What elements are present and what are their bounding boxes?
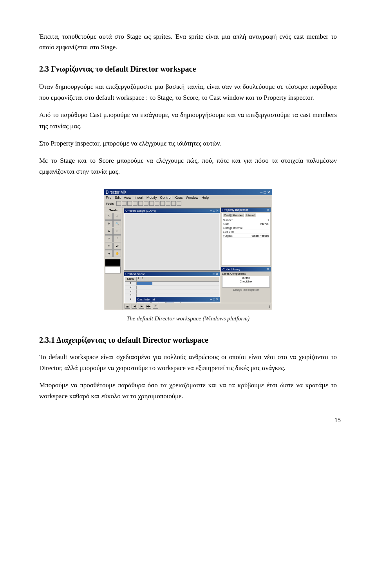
tool-btn-9[interactable] [160, 201, 165, 206]
menu-window[interactable]: Window [186, 196, 198, 200]
tool-select[interactable]: ⊹ [113, 213, 121, 220]
score-row-2: 2 [125, 286, 219, 290]
cast-internal-titlebar: Cast Internal ─ □ ✕ [136, 297, 220, 302]
tool-btn-2[interactable] [122, 201, 127, 206]
director-menubar: File Edit View Insert Modify Control Xtr… [104, 195, 272, 200]
code-library-title: Code Library [222, 268, 240, 271]
code-lib-tab-libras[interactable]: Libras [222, 272, 230, 275]
score-row-1: 1 [125, 282, 219, 286]
menu-file[interactable]: File [106, 196, 112, 200]
property-title: Property Inspector [222, 208, 248, 212]
code-library-controls: ✕ [267, 268, 269, 271]
stage-titlebar: Untitled Stage (100%) ─ □ ✕ [124, 209, 220, 213]
tool-btn-6[interactable] [144, 201, 148, 206]
menu-view[interactable]: View [124, 196, 131, 200]
code-lib-footer: Design Tab Inspector [222, 288, 270, 291]
tool-rect[interactable]: ▭ [113, 228, 121, 235]
score-controls: ─ □ ✕ [210, 272, 219, 276]
tool-text[interactable]: A [105, 228, 113, 235]
tool-zoom[interactable]: 🔍 [113, 220, 121, 227]
cast-internal-title: Cast Internal [137, 298, 155, 301]
prop-tab-member[interactable]: Member [231, 214, 244, 217]
color-swatch-black[interactable] [105, 259, 121, 266]
prop-tab-cast[interactable]: Cast [223, 214, 231, 217]
prop-row-name: State Interval [223, 222, 269, 226]
score-frame-headers: 1 5 [137, 277, 219, 281]
tool-btn-12[interactable] [177, 201, 181, 206]
menu-edit[interactable]: Edit [115, 196, 121, 200]
frame-5: 5 [141, 277, 145, 281]
prop-val-number: 1 [268, 219, 269, 221]
code-lib-item-checkbox[interactable]: CheckBox [222, 280, 269, 283]
prop-tab-interval[interactable]: Interval [245, 214, 256, 217]
property-controls: ✕ [267, 208, 269, 212]
section-2-3-1-heading: 2.3.1 Διαχειρίζοντας το default Director… [39, 334, 337, 345]
tool-btn-8[interactable] [155, 201, 159, 206]
score-channel-header: Kanal [125, 277, 137, 281]
tool-hand[interactable]: ✋ [113, 250, 121, 257]
tool-grid: ↖ ⊹ ↻ 🔍 A ▭ ○ / ✏ 🖌 ◈ ✋ [105, 213, 122, 257]
paragraph-4: Με το Stage και το Score μπορούμε να ελέ… [39, 155, 337, 177]
channel-5-label: 5 [125, 297, 137, 301]
channel-2-frames [137, 286, 219, 289]
menu-modify[interactable]: Modify [146, 196, 157, 200]
tool-btn-4[interactable] [133, 201, 137, 206]
btn-play[interactable]: ▶ [139, 304, 144, 309]
code-lib-item-button[interactable]: Button [222, 276, 269, 280]
paragraph-3: Στο Property inspector, μπορούμε να ελέγ… [39, 138, 337, 149]
prop-label-number: Number [223, 219, 233, 221]
score-header: Kanal 1 5 [125, 277, 219, 282]
property-titlebar: Property Inspector ✕ [221, 208, 271, 212]
tool-btn-7[interactable] [149, 201, 154, 206]
tool-btn-1[interactable] [116, 201, 121, 206]
menu-xtras[interactable]: Xtras [174, 196, 183, 200]
director-body: Tools ↖ ⊹ ↻ 🔍 A ▭ ○ / ✏ 🖌 ◈ ✋ [104, 207, 272, 310]
tool-paint[interactable]: 🖌 [113, 243, 121, 250]
page-number: 15 [334, 417, 341, 424]
score-titlebar: Untitled Score ─ □ ✕ [124, 272, 220, 276]
tool-line[interactable]: / [113, 235, 121, 242]
stage-title: Untitled Stage (100%) [125, 209, 156, 212]
tool-btn-3[interactable] [127, 201, 132, 206]
tool-ellipse[interactable]: ○ [105, 235, 113, 242]
paragraph-1: Όταν δημιουργούμε και επεξεργαζόμαστε μι… [39, 81, 337, 103]
tool-pencil[interactable]: ✏ [105, 243, 113, 250]
frame-space-1 [145, 277, 148, 281]
director-title: Director MX [106, 190, 127, 194]
figure-caption: The default Director workspace (Windows … [39, 315, 337, 322]
tools-panel-label: Tools [105, 208, 122, 212]
btn-step-back[interactable]: ◀ [132, 304, 137, 309]
prop-row-type: Storage Internal [223, 226, 269, 230]
prop-label-purge: Purgeat [223, 234, 233, 237]
section-2-3-1-paragraph-1: Το default workspace είναι σχεδιασμένο γ… [39, 352, 337, 374]
color-swatch-white[interactable] [105, 266, 121, 273]
menu-insert[interactable]: Insert [134, 196, 143, 200]
frame-1: 1 [137, 277, 141, 281]
tool-btn-5[interactable] [138, 201, 143, 206]
channel-3-label: 3 [125, 290, 137, 293]
code-lib-tab-components[interactable]: Components [230, 272, 246, 275]
btn-rewind[interactable]: ⏮ [125, 304, 130, 309]
btn-loop[interactable]: ↺ [153, 304, 158, 309]
menu-control[interactable]: Control [160, 196, 171, 200]
menu-help[interactable]: Help [201, 196, 209, 200]
tools-panel: Tools ↖ ⊹ ↻ 🔍 A ▭ ○ / ✏ 🖌 ◈ ✋ [104, 207, 123, 310]
tool-rotate[interactable]: ↻ [105, 220, 113, 227]
section-2-3-heading: 2.3 Γνωρίζοντας το default Director work… [39, 63, 337, 74]
frame-space-6 [164, 277, 168, 281]
intro-paragraph: Έπειτα, τοποθετούμε αυτά στο Stage ως sp… [39, 31, 337, 52]
tool-arrow[interactable]: ↖ [105, 213, 113, 220]
btn-step-fwd[interactable]: ▶▶ [146, 304, 151, 309]
channel-1-label: 1 [125, 282, 137, 285]
stage-area [125, 214, 219, 270]
tool-btn-10[interactable] [166, 201, 170, 206]
frame-space-2 [148, 277, 152, 281]
director-toolbar: Tools [104, 200, 272, 207]
prop-row-number: Number 1 [223, 218, 269, 222]
score-row-3: 3 [125, 290, 219, 293]
tool-fill[interactable]: ◈ [105, 250, 113, 257]
prop-label-size: Size 0.0k [223, 230, 234, 233]
tools-label: Tools [106, 202, 114, 205]
code-library-tabs: Libras Components [222, 272, 270, 275]
tool-btn-11[interactable] [171, 201, 176, 206]
